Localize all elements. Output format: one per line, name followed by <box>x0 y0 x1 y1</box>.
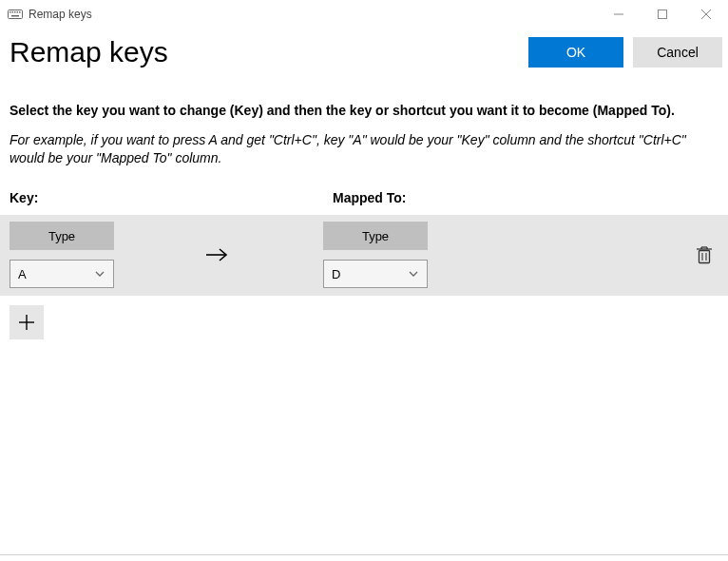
window-controls <box>597 0 728 29</box>
close-button[interactable] <box>684 0 728 29</box>
maximize-button[interactable] <box>641 0 684 29</box>
cancel-button[interactable]: Cancel <box>633 37 722 68</box>
description: Select the key you want to change (Key) … <box>0 76 728 167</box>
add-row-button[interactable] <box>10 305 44 339</box>
mapped-column: Type D <box>323 222 680 288</box>
ok-button[interactable]: OK <box>528 37 623 68</box>
mapped-select[interactable]: D <box>323 260 428 288</box>
key-select[interactable]: A <box>10 260 114 288</box>
key-select-value: A <box>18 267 27 281</box>
column-labels: Key: Mapped To: <box>0 167 728 215</box>
window-title: Remap keys <box>29 8 92 21</box>
minimize-button[interactable] <box>597 0 641 29</box>
svg-rect-0 <box>9 10 23 18</box>
keyboard-icon <box>8 9 23 20</box>
mapping-row: Type A Type D <box>0 215 728 296</box>
footer-divider <box>0 554 728 555</box>
mapped-select-value: D <box>332 267 340 281</box>
svg-rect-8 <box>659 10 667 18</box>
svg-rect-4 <box>17 11 19 13</box>
chevron-down-icon <box>94 268 105 280</box>
page-title: Remap keys <box>10 36 168 68</box>
key-column: Type A <box>0 222 190 288</box>
svg-rect-12 <box>699 251 710 263</box>
key-label: Key: <box>10 190 333 205</box>
svg-rect-3 <box>14 11 16 13</box>
svg-rect-2 <box>12 11 14 13</box>
description-example: For example, if you want to press A and … <box>10 131 718 167</box>
svg-rect-1 <box>10 11 11 13</box>
svg-rect-6 <box>11 15 19 17</box>
trash-icon <box>696 245 713 264</box>
svg-rect-5 <box>19 11 21 13</box>
description-heading: Select the key you want to change (Key) … <box>10 103 718 118</box>
mapped-type-button[interactable]: Type <box>323 222 428 250</box>
delete-row[interactable] <box>680 245 728 264</box>
key-type-button[interactable]: Type <box>10 222 114 250</box>
arrow-icon <box>190 245 323 264</box>
titlebar: Remap keys <box>0 0 728 29</box>
plus-icon <box>18 314 35 331</box>
header: Remap keys OK Cancel <box>0 29 728 76</box>
header-actions: OK Cancel <box>528 37 722 68</box>
mapped-label: Mapped To: <box>333 190 718 205</box>
chevron-down-icon <box>408 268 419 280</box>
